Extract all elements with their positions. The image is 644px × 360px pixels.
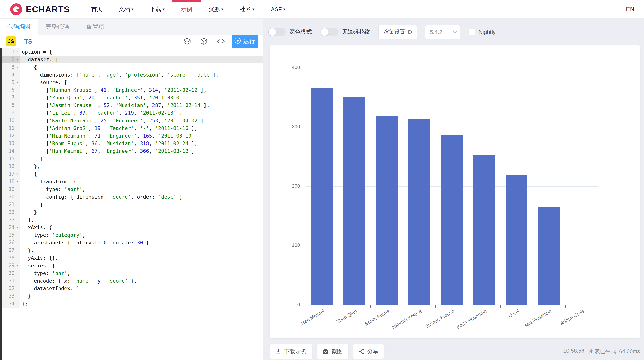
gutter-cell: 29▾ — [2, 262, 20, 269]
tab-配置项[interactable]: 配置项 — [76, 19, 114, 35]
fold-spacer — [14, 147, 20, 155]
code-text: ], — [20, 216, 34, 223]
play-circle-icon — [234, 37, 241, 45]
code-icon[interactable] — [217, 38, 225, 45]
line-number: 2 — [2, 56, 14, 63]
codepen-icon[interactable] — [183, 37, 191, 45]
line-number: 16 — [2, 163, 14, 170]
line-number: 10 — [2, 117, 14, 124]
fold-toggle-icon[interactable]: ▾ — [14, 48, 20, 56]
axis-tick — [533, 305, 533, 308]
fold-spacer — [14, 285, 20, 292]
nav-item-社区[interactable]: 社区▾ — [232, 0, 262, 18]
gutter-cell: 12 — [2, 132, 20, 140]
nav-item-示例[interactable]: 示例 — [173, 0, 200, 18]
code-text: ['Adrian Groß', 19, 'Teacher', '-', '201… — [20, 124, 198, 132]
code-string: '2011-02-24' — [155, 141, 191, 146]
fold-toggle-icon[interactable]: ▾ — [14, 79, 20, 86]
indent-guide — [22, 216, 28, 223]
code-string: 'Li Lei' — [49, 110, 73, 116]
run-button[interactable]: 运行 — [232, 35, 258, 48]
chart-canvas[interactable]: 0100200300400Han MeimeiZhao QianBöhm Fuc… — [270, 45, 640, 339]
tab-代码编辑[interactable]: 代码编辑 — [0, 19, 38, 35]
code-plain: , — [146, 102, 152, 108]
indent-guide — [22, 170, 28, 178]
decal-pattern-toggle[interactable] — [320, 27, 338, 36]
x-axis-label-text: Böhm Fuchs — [364, 308, 390, 327]
gutter-cell: 19 — [2, 185, 20, 193]
codesandbox-icon[interactable] — [200, 37, 208, 45]
fold-spacer — [14, 86, 20, 94]
echarts-logo[interactable]: ECHARTS — [10, 3, 70, 15]
line-number: 23 — [2, 216, 14, 223]
line-number: 18 — [2, 178, 14, 185]
code-line: 8['Jasmin Krause ', 52, 'Musician', 287,… — [2, 101, 263, 109]
editor-tabs: 代码编辑完整代码配置项 — [0, 19, 263, 35]
fold-toggle-icon[interactable]: ▾ — [14, 170, 20, 178]
code-plain: dimensions: [ — [40, 72, 80, 78]
ts-lang-button[interactable]: TS — [24, 38, 32, 45]
axis-tick — [468, 305, 468, 308]
code-plain: [ — [46, 118, 49, 123]
nav-item-首页[interactable]: 首页 — [83, 0, 110, 18]
code-string: 'Böhm Fuchs' — [49, 141, 85, 146]
fold-toggle-icon[interactable]: ▾ — [14, 223, 20, 231]
code-text: yAxis: {}, — [20, 254, 58, 262]
download-example-button[interactable]: 下载示例 — [270, 344, 312, 359]
render-settings-button[interactable]: 渲染设置 ⚙ — [378, 25, 418, 39]
code-text: type: 'sort', — [20, 185, 85, 193]
fold-toggle-icon[interactable]: ▾ — [14, 262, 20, 269]
indent-guide — [28, 79, 34, 86]
line-number: 11 — [2, 124, 14, 132]
code-plain: , — [128, 95, 134, 101]
indent-guide — [22, 246, 28, 254]
code-plain: { — [34, 64, 37, 70]
preview-pane: 深色模式 无障碍花纹 渲染设置 ⚙ 5.4.2 Nightly 01002003… — [263, 19, 644, 360]
fold-spacer — [14, 292, 20, 300]
run-button-label: 运行 — [243, 37, 255, 45]
nav-item-下载[interactable]: 下载▾ — [142, 0, 173, 18]
gutter-cell: 10 — [2, 117, 20, 124]
code-plain: , — [100, 125, 107, 131]
nightly-label[interactable]: Nightly — [478, 29, 496, 35]
line-number: 13 — [2, 140, 14, 147]
line-number: 34 — [2, 300, 14, 308]
code-plain: config: { dimension: — [46, 194, 110, 200]
indent-guide — [22, 269, 28, 277]
fold-toggle-icon[interactable]: ▾ — [14, 178, 20, 185]
x-axis-label-text: Hannah Krause — [391, 308, 423, 330]
x-axis-label-text: Adrian Groß — [559, 308, 585, 327]
gutter-cell: 21 — [2, 201, 20, 208]
code-plain: xAxis: { — [28, 224, 52, 230]
share-button[interactable]: 分享 — [353, 344, 384, 359]
nav-item-资源[interactable]: 资源▾ — [200, 0, 232, 18]
code-editor[interactable]: 1▾option = {2▾dataset: [3▾{4dimensions: … — [0, 48, 263, 360]
code-plain: ], — [28, 217, 34, 223]
tab-完整代码[interactable]: 完整代码 — [38, 19, 76, 35]
code-plain: ], — [212, 72, 219, 78]
code-text: xAxis: { — [20, 223, 52, 231]
nav-item-ASF[interactable]: ASF▾ — [263, 0, 294, 18]
language-switch[interactable]: EN — [626, 6, 634, 13]
code-plain: }, — [34, 164, 40, 169]
version-select[interactable]: 5.4.2 — [425, 25, 460, 39]
nightly-checkbox[interactable] — [469, 29, 475, 35]
fold-toggle-icon[interactable]: ▾ — [14, 56, 20, 63]
indent-guide — [22, 292, 28, 300]
version-value: 5.4.2 — [430, 29, 442, 35]
indent-guide — [28, 208, 34, 216]
code-text: ['Zhao Qian', 20, 'Teacher', 351, '2011-… — [20, 94, 191, 101]
code-line: 6['Hannah Krause', 41, 'Engineer', 314, … — [2, 86, 263, 94]
gutter-cell: 32 — [2, 285, 20, 292]
nav-item-文档[interactable]: 文档▾ — [110, 0, 142, 18]
code-number: 19 — [94, 125, 100, 131]
code-number: 287 — [152, 102, 161, 108]
code-number: 25 — [100, 118, 107, 123]
screenshot-button[interactable]: 截图 — [317, 344, 348, 359]
indent-guide — [28, 163, 34, 170]
gutter-cell: 1▾ — [2, 48, 20, 56]
indent-guide — [28, 71, 34, 79]
js-lang-button[interactable]: JS — [6, 36, 16, 46]
fold-toggle-icon[interactable]: ▾ — [14, 63, 20, 71]
dark-mode-toggle[interactable] — [268, 27, 286, 36]
